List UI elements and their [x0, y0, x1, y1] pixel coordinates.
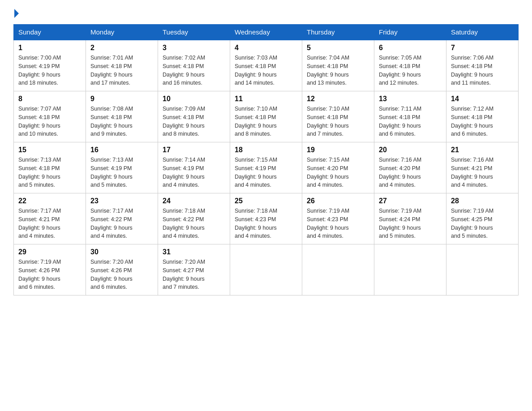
calendar-cell: 23Sunrise: 7:17 AMSunset: 4:22 PMDayligh… — [86, 193, 158, 244]
day-number: 6 — [379, 44, 442, 52]
calendar-cell — [302, 244, 374, 295]
day-info: Sunrise: 7:12 AMSunset: 4:18 PMDaylight:… — [451, 105, 514, 138]
calendar-cell — [446, 244, 519, 295]
day-number: 17 — [163, 146, 225, 154]
day-number: 12 — [307, 95, 369, 103]
calendar-cell: 22Sunrise: 7:17 AMSunset: 4:21 PMDayligh… — [14, 193, 86, 244]
day-number: 16 — [90, 146, 153, 154]
day-number: 10 — [163, 95, 225, 103]
calendar-cell: 14Sunrise: 7:12 AMSunset: 4:18 PMDayligh… — [446, 91, 519, 142]
day-info: Sunrise: 7:19 AMSunset: 4:26 PMDaylight:… — [18, 258, 81, 291]
header-saturday: Saturday — [446, 25, 519, 40]
day-info: Sunrise: 7:09 AMSunset: 4:18 PMDaylight:… — [163, 105, 225, 138]
day-info: Sunrise: 7:10 AMSunset: 4:18 PMDaylight:… — [307, 105, 369, 138]
page-header — [13, 9, 519, 16]
logo — [13, 9, 20, 16]
day-number: 26 — [307, 197, 369, 205]
day-number: 8 — [18, 95, 81, 103]
day-number: 22 — [18, 197, 81, 205]
day-info: Sunrise: 7:14 AMSunset: 4:19 PMDaylight:… — [163, 156, 225, 189]
calendar-cell: 20Sunrise: 7:16 AMSunset: 4:20 PMDayligh… — [374, 142, 446, 193]
calendar-header-row: SundayMondayTuesdayWednesdayThursdayFrid… — [14, 25, 519, 40]
day-info: Sunrise: 7:04 AMSunset: 4:18 PMDaylight:… — [307, 54, 369, 87]
day-number: 23 — [90, 197, 153, 205]
day-number: 30 — [90, 248, 153, 256]
calendar-week-row: 15Sunrise: 7:13 AMSunset: 4:18 PMDayligh… — [14, 142, 519, 193]
day-number: 28 — [451, 197, 514, 205]
calendar-cell: 15Sunrise: 7:13 AMSunset: 4:18 PMDayligh… — [14, 142, 86, 193]
day-info: Sunrise: 7:19 AMSunset: 4:24 PMDaylight:… — [379, 207, 442, 240]
day-info: Sunrise: 7:02 AMSunset: 4:18 PMDaylight:… — [163, 54, 225, 87]
day-number: 7 — [451, 44, 514, 52]
calendar-cell: 25Sunrise: 7:18 AMSunset: 4:23 PMDayligh… — [230, 193, 302, 244]
day-info: Sunrise: 7:16 AMSunset: 4:20 PMDaylight:… — [379, 156, 442, 189]
calendar-week-row: 1Sunrise: 7:00 AMSunset: 4:19 PMDaylight… — [14, 40, 519, 91]
day-number: 13 — [379, 95, 442, 103]
day-number: 11 — [235, 95, 297, 103]
day-number: 21 — [451, 146, 514, 154]
calendar-cell: 26Sunrise: 7:19 AMSunset: 4:23 PMDayligh… — [302, 193, 374, 244]
day-info: Sunrise: 7:15 AMSunset: 4:19 PMDaylight:… — [235, 156, 297, 189]
calendar-cell: 13Sunrise: 7:11 AMSunset: 4:18 PMDayligh… — [374, 91, 446, 142]
day-info: Sunrise: 7:06 AMSunset: 4:18 PMDaylight:… — [451, 54, 514, 87]
calendar-cell: 10Sunrise: 7:09 AMSunset: 4:18 PMDayligh… — [158, 91, 230, 142]
calendar-cell: 18Sunrise: 7:15 AMSunset: 4:19 PMDayligh… — [230, 142, 302, 193]
day-info: Sunrise: 7:03 AMSunset: 4:18 PMDaylight:… — [235, 54, 297, 87]
calendar-cell: 17Sunrise: 7:14 AMSunset: 4:19 PMDayligh… — [158, 142, 230, 193]
calendar-cell: 11Sunrise: 7:10 AMSunset: 4:18 PMDayligh… — [230, 91, 302, 142]
day-info: Sunrise: 7:08 AMSunset: 4:18 PMDaylight:… — [90, 105, 153, 138]
calendar-cell: 24Sunrise: 7:18 AMSunset: 4:22 PMDayligh… — [158, 193, 230, 244]
calendar-week-row: 22Sunrise: 7:17 AMSunset: 4:21 PMDayligh… — [14, 193, 519, 244]
day-number: 24 — [163, 197, 225, 205]
header-monday: Monday — [86, 25, 158, 40]
day-info: Sunrise: 7:17 AMSunset: 4:21 PMDaylight:… — [18, 207, 81, 240]
day-info: Sunrise: 7:00 AMSunset: 4:19 PMDaylight:… — [18, 54, 81, 87]
day-number: 29 — [18, 248, 81, 256]
calendar-cell: 21Sunrise: 7:16 AMSunset: 4:21 PMDayligh… — [446, 142, 519, 193]
calendar-cell: 4Sunrise: 7:03 AMSunset: 4:18 PMDaylight… — [230, 40, 302, 91]
day-info: Sunrise: 7:20 AMSunset: 4:27 PMDaylight:… — [163, 258, 225, 291]
calendar-cell: 2Sunrise: 7:01 AMSunset: 4:18 PMDaylight… — [86, 40, 158, 91]
calendar-cell: 5Sunrise: 7:04 AMSunset: 4:18 PMDaylight… — [302, 40, 374, 91]
day-number: 25 — [235, 197, 297, 205]
day-info: Sunrise: 7:13 AMSunset: 4:18 PMDaylight:… — [18, 156, 81, 189]
day-number: 5 — [307, 44, 369, 52]
calendar-week-row: 8Sunrise: 7:07 AMSunset: 4:18 PMDaylight… — [14, 91, 519, 142]
calendar-cell: 9Sunrise: 7:08 AMSunset: 4:18 PMDaylight… — [86, 91, 158, 142]
day-number: 1 — [18, 44, 81, 52]
day-number: 14 — [451, 95, 514, 103]
calendar-week-row: 29Sunrise: 7:19 AMSunset: 4:26 PMDayligh… — [14, 244, 519, 295]
header-wednesday: Wednesday — [230, 25, 302, 40]
header-thursday: Thursday — [302, 25, 374, 40]
day-info: Sunrise: 7:10 AMSunset: 4:18 PMDaylight:… — [235, 105, 297, 138]
day-info: Sunrise: 7:19 AMSunset: 4:25 PMDaylight:… — [451, 207, 514, 240]
calendar-cell: 6Sunrise: 7:05 AMSunset: 4:18 PMDaylight… — [374, 40, 446, 91]
calendar-cell: 7Sunrise: 7:06 AMSunset: 4:18 PMDaylight… — [446, 40, 519, 91]
calendar-cell: 1Sunrise: 7:00 AMSunset: 4:19 PMDaylight… — [14, 40, 86, 91]
day-number: 2 — [90, 44, 153, 52]
calendar-cell: 31Sunrise: 7:20 AMSunset: 4:27 PMDayligh… — [158, 244, 230, 295]
day-info: Sunrise: 7:17 AMSunset: 4:22 PMDaylight:… — [90, 207, 153, 240]
logo-arrow-icon — [14, 9, 19, 18]
calendar-cell — [374, 244, 446, 295]
calendar-cell: 3Sunrise: 7:02 AMSunset: 4:18 PMDaylight… — [158, 40, 230, 91]
day-info: Sunrise: 7:18 AMSunset: 4:22 PMDaylight:… — [163, 207, 225, 240]
day-info: Sunrise: 7:13 AMSunset: 4:19 PMDaylight:… — [90, 156, 153, 189]
day-number: 20 — [379, 146, 442, 154]
day-number: 19 — [307, 146, 369, 154]
day-info: Sunrise: 7:05 AMSunset: 4:18 PMDaylight:… — [379, 54, 442, 87]
calendar-cell: 30Sunrise: 7:20 AMSunset: 4:26 PMDayligh… — [86, 244, 158, 295]
calendar-table: SundayMondayTuesdayWednesdayThursdayFrid… — [13, 24, 519, 295]
day-number: 31 — [163, 248, 225, 256]
day-number: 18 — [235, 146, 297, 154]
day-info: Sunrise: 7:16 AMSunset: 4:21 PMDaylight:… — [451, 156, 514, 189]
day-info: Sunrise: 7:07 AMSunset: 4:18 PMDaylight:… — [18, 105, 81, 138]
day-info: Sunrise: 7:19 AMSunset: 4:23 PMDaylight:… — [307, 207, 369, 240]
day-info: Sunrise: 7:15 AMSunset: 4:20 PMDaylight:… — [307, 156, 369, 189]
header-tuesday: Tuesday — [158, 25, 230, 40]
day-info: Sunrise: 7:01 AMSunset: 4:18 PMDaylight:… — [90, 54, 153, 87]
calendar-cell: 12Sunrise: 7:10 AMSunset: 4:18 PMDayligh… — [302, 91, 374, 142]
calendar-cell: 19Sunrise: 7:15 AMSunset: 4:20 PMDayligh… — [302, 142, 374, 193]
calendar-cell: 28Sunrise: 7:19 AMSunset: 4:25 PMDayligh… — [446, 193, 519, 244]
calendar-cell: 29Sunrise: 7:19 AMSunset: 4:26 PMDayligh… — [14, 244, 86, 295]
